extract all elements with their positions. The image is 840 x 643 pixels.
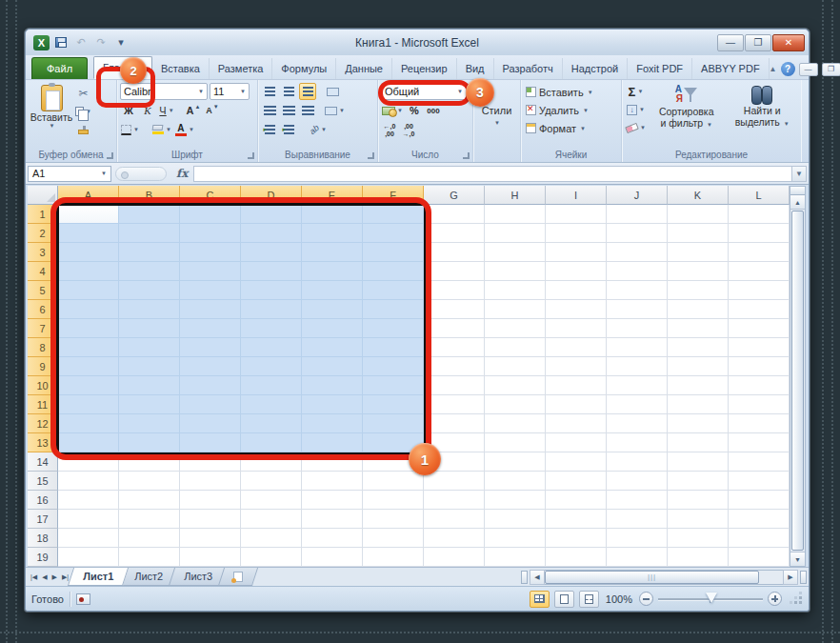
cell-A19[interactable]: [58, 548, 119, 567]
font-family-combo[interactable]: Calibri▼: [120, 83, 208, 100]
percent-style-button[interactable]: %: [406, 102, 423, 119]
cell-G5[interactable]: [424, 281, 485, 300]
cell-D1[interactable]: [241, 205, 302, 224]
cell-L2[interactable]: [729, 224, 790, 243]
cell-L18[interactable]: [729, 529, 790, 548]
cell-L5[interactable]: [729, 281, 790, 300]
cell-C9[interactable]: [180, 357, 241, 376]
decrease-decimal-button[interactable]: ,00→,0: [400, 121, 417, 138]
cell-D9[interactable]: [241, 357, 302, 376]
cell-G18[interactable]: [424, 529, 485, 548]
cell-I9[interactable]: [546, 357, 607, 376]
cell-F5[interactable]: [363, 281, 424, 300]
cell-F17[interactable]: [363, 510, 424, 529]
clear-button[interactable]: ▼: [625, 119, 647, 136]
next-sheet-icon[interactable]: ▶: [50, 573, 59, 581]
tab-developer[interactable]: Разработч: [494, 58, 563, 79]
cell-B11[interactable]: [119, 395, 180, 414]
cell-L14[interactable]: [729, 452, 790, 472]
sort-filter-button[interactable]: АЯ Сортировка и фильтр ▼: [650, 83, 723, 148]
workbook-minimize-button[interactable]: —: [799, 63, 818, 76]
column-header-H[interactable]: H: [485, 186, 546, 205]
cell-J8[interactable]: [607, 338, 668, 357]
cell-C10[interactable]: [180, 376, 241, 395]
cell-B3[interactable]: [119, 243, 180, 262]
cell-C15[interactable]: [180, 472, 241, 491]
cell-H1[interactable]: [485, 205, 546, 224]
cell-K10[interactable]: [668, 376, 729, 395]
cell-G17[interactable]: [424, 510, 485, 529]
cell-H14[interactable]: [485, 452, 546, 472]
cell-H9[interactable]: [485, 357, 546, 376]
cell-E10[interactable]: [302, 376, 363, 395]
cell-H10[interactable]: [485, 376, 546, 395]
cell-F2[interactable]: [363, 224, 424, 243]
cell-K19[interactable]: [668, 548, 729, 567]
cell-A3[interactable]: [58, 243, 119, 262]
cell-I12[interactable]: [546, 414, 607, 433]
cell-H2[interactable]: [485, 224, 546, 243]
cell-J2[interactable]: [607, 224, 668, 243]
copy-button[interactable]: ▼: [74, 103, 92, 120]
scroll-down-icon[interactable]: ▼: [790, 552, 805, 566]
cell-L12[interactable]: [729, 414, 790, 433]
cell-J19[interactable]: [607, 548, 668, 567]
cut-button[interactable]: [74, 85, 92, 102]
paste-button[interactable]: Вставить ▼: [29, 83, 74, 148]
column-header-G[interactable]: G: [424, 186, 485, 205]
cell-D17[interactable]: [241, 510, 302, 529]
cell-G3[interactable]: [424, 243, 485, 262]
cell-J3[interactable]: [607, 243, 668, 262]
cell-C14[interactable]: [180, 452, 241, 472]
column-header-C[interactable]: C: [180, 186, 241, 205]
cell-C17[interactable]: [180, 510, 241, 529]
cell-L15[interactable]: [729, 472, 790, 491]
cell-B14[interactable]: [119, 452, 180, 472]
first-sheet-icon[interactable]: |◀: [29, 573, 39, 581]
name-box-dropdown-icon[interactable]: ▼: [101, 171, 107, 176]
cell-C12[interactable]: [180, 414, 241, 433]
insert-function-icon[interactable]: fx: [176, 167, 188, 180]
cell-H17[interactable]: [485, 510, 546, 529]
decrease-font-button[interactable]: А▼: [204, 102, 221, 119]
wrap-text-button[interactable]: [324, 83, 341, 100]
cell-B5[interactable]: [119, 281, 180, 300]
cell-B19[interactable]: [119, 548, 180, 567]
align-right-button[interactable]: [299, 102, 316, 119]
scroll-right-icon[interactable]: ▶: [783, 570, 798, 585]
redo-button[interactable]: ↷: [92, 34, 110, 50]
cell-J18[interactable]: [607, 529, 668, 548]
row-header-2[interactable]: 2: [28, 224, 58, 243]
tab-data[interactable]: Данные: [336, 58, 392, 79]
row-header-13[interactable]: 13: [28, 433, 58, 452]
cell-K8[interactable]: [668, 338, 729, 357]
vertical-scroll-thumb[interactable]: [791, 211, 804, 551]
cell-F16[interactable]: [363, 491, 424, 510]
cell-K18[interactable]: [668, 529, 729, 548]
cell-E19[interactable]: [302, 548, 363, 567]
cell-B8[interactable]: [119, 338, 180, 357]
column-header-D[interactable]: D: [241, 186, 302, 205]
increase-font-button[interactable]: А▲: [185, 102, 202, 119]
cell-A13[interactable]: [58, 433, 119, 452]
cell-J11[interactable]: [607, 395, 668, 414]
bold-button[interactable]: Ж: [120, 102, 137, 119]
cell-G9[interactable]: [424, 357, 485, 376]
row-header-10[interactable]: 10: [28, 376, 58, 395]
name-box[interactable]: A1▼: [28, 166, 111, 182]
zoom-in-button[interactable]: [768, 592, 782, 606]
cell-B1[interactable]: [119, 205, 180, 224]
cell-C13[interactable]: [180, 433, 241, 452]
align-center-button[interactable]: [280, 102, 297, 119]
cell-F12[interactable]: [363, 414, 424, 433]
cell-A2[interactable]: [58, 224, 119, 243]
scroll-up-icon[interactable]: ▲: [790, 195, 805, 210]
cell-D15[interactable]: [241, 472, 302, 491]
cell-H7[interactable]: [485, 319, 546, 338]
tab-split-handle[interactable]: [521, 571, 528, 584]
cell-K1[interactable]: [668, 205, 729, 224]
italic-button[interactable]: К: [139, 102, 156, 119]
cell-B13[interactable]: [119, 433, 180, 452]
cell-J12[interactable]: [607, 414, 668, 433]
page-layout-view-button[interactable]: [554, 591, 574, 608]
